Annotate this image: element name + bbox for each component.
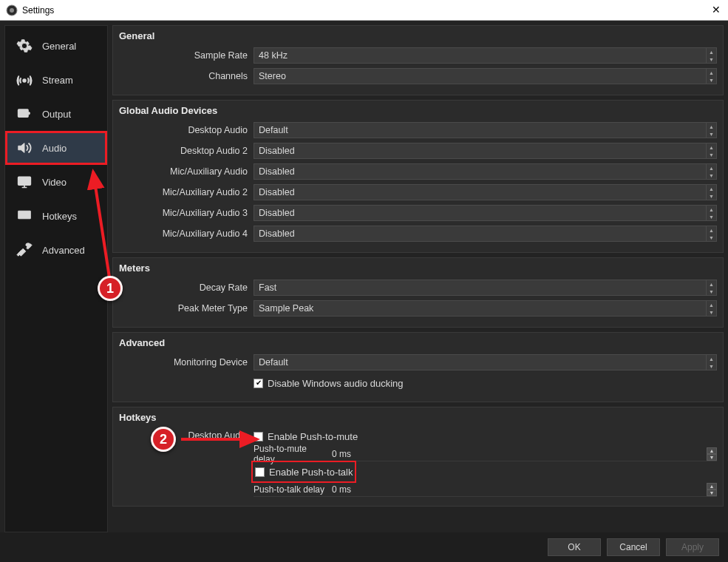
label-global-device: Mic/Auxiliary Audio [119, 166, 254, 177]
label-global-device: Desktop Audio 2 [119, 146, 254, 156]
row-global-device: Mic/Auxiliary AudioDisabled▲▼ [119, 162, 717, 181]
row-sample-rate: Sample Rate 48 kHz ▲▼ [119, 46, 717, 65]
row-global-device: Desktop Audio 2Disabled▲▼ [119, 141, 717, 160]
checkbox-push-to-talk[interactable] [255, 467, 265, 477]
group-title: General [119, 30, 717, 41]
tools-icon [14, 242, 35, 258]
label-channels: Channels [119, 71, 254, 81]
combo-sample-rate[interactable]: 48 kHz [254, 47, 707, 64]
content-pane: General Sample Rate 48 kHz ▲▼ Channels S… [112, 25, 724, 532]
gear-icon [14, 38, 35, 54]
titlebar: Settings ✕ [0, 0, 728, 21]
row-channels: Channels Stereo ▲▼ [119, 67, 717, 86]
row-global-device: Mic/Auxiliary Audio 2Disabled▲▼ [119, 183, 717, 202]
group-meters: Meters Decay Rate Fast ▲▼ Peak Meter Typ… [112, 257, 724, 328]
spin-global-device[interactable]: ▲▼ [707, 226, 717, 242]
sidebar-item-advanced[interactable]: Advanced [5, 233, 107, 267]
value-push-to-talk-delay[interactable]: 0 ms [327, 484, 707, 495]
svg-rect-5 [18, 211, 31, 219]
sidebar-item-hotkeys[interactable]: Hotkeys [5, 199, 107, 233]
spin-global-device[interactable]: ▲▼ [707, 143, 717, 159]
sidebar-item-audio[interactable]: Audio [5, 131, 107, 165]
svg-rect-4 [18, 177, 31, 185]
monitor-icon [14, 174, 35, 190]
output-icon [14, 106, 35, 122]
label-ducking: Disable Windows audio ducking [268, 378, 404, 389]
sidebar-item-video[interactable]: Video [5, 165, 107, 199]
sidebar-item-label: Stream [42, 75, 73, 86]
combo-decay-rate[interactable]: Fast [254, 280, 707, 296]
window-title: Settings [22, 5, 54, 16]
value-push-to-mute-delay[interactable]: 0 ms [327, 449, 707, 459]
sidebar-item-label: Video [42, 177, 67, 188]
combo-global-device[interactable]: Disabled [254, 226, 707, 242]
spin-decay-rate[interactable]: ▲▼ [707, 280, 717, 296]
sidebar-item-output[interactable]: Output [5, 97, 107, 131]
spin-global-device[interactable]: ▲▼ [707, 122, 717, 138]
sidebar-item-label: Advanced [42, 245, 85, 256]
sidebar-item-label: Audio [42, 143, 67, 154]
row-peak-meter: Peak Meter Type Sample Peak ▲▼ [119, 299, 717, 318]
annotation-badge-2: 2 [151, 427, 176, 452]
svg-point-1 [10, 8, 14, 13]
row-global-device: Desktop AudioDefault▲▼ [119, 121, 717, 140]
spin-global-device[interactable]: ▲▼ [707, 184, 717, 200]
combo-global-device[interactable]: Disabled [254, 143, 707, 159]
combo-monitor-device[interactable]: Default [254, 354, 707, 370]
group-title: Global Audio Devices [119, 105, 717, 116]
sidebar-item-label: Hotkeys [42, 211, 77, 222]
sidebar-item-label: Output [42, 109, 71, 120]
label-decay-rate: Decay Rate [119, 282, 254, 293]
apply-button[interactable]: Apply [666, 538, 719, 556]
label-global-device: Mic/Auxiliary Audio 2 [119, 187, 254, 197]
ok-button[interactable]: OK [548, 538, 601, 556]
checkbox-push-to-mute[interactable] [254, 432, 263, 441]
row-push-to-talk: Enable Push-to-talk [254, 463, 354, 481]
spin-channels[interactable]: ▲▼ [707, 68, 717, 84]
spin-peak-meter[interactable]: ▲▼ [707, 300, 717, 316]
checkbox-ducking[interactable] [254, 379, 263, 388]
row-monitor-device: Monitoring Device Default ▲▼ [119, 353, 717, 372]
spin-push-to-talk-delay[interactable]: ▲▼ [707, 483, 717, 496]
group-title: Advanced [119, 337, 717, 348]
sidebar-item-stream[interactable]: Stream [5, 63, 107, 97]
speaker-icon [14, 140, 35, 156]
group-global-audio-devices: Global Audio Devices Desktop AudioDefaul… [112, 100, 724, 253]
label-push-to-mute: Enable Push-to-mute [268, 431, 358, 442]
label-sample-rate: Sample Rate [119, 50, 254, 61]
row-push-to-talk-delay: Push-to-talk delay 0 ms ▲▼ [254, 482, 717, 497]
spin-monitor-device[interactable]: ▲▼ [707, 354, 717, 370]
spin-sample-rate[interactable]: ▲▼ [707, 47, 717, 64]
sidebar-item-label: General [42, 41, 76, 52]
row-push-to-mute: Enable Push-to-mute [254, 427, 717, 445]
label-peak-meter: Peak Meter Type [119, 303, 254, 314]
annotation-badge-1: 1 [98, 276, 123, 301]
label-push-to-talk-delay: Push-to-talk delay [254, 484, 327, 495]
close-icon[interactable]: ✕ [712, 4, 721, 16]
svg-rect-3 [18, 109, 28, 117]
label-global-device: Mic/Auxiliary Audio 3 [119, 208, 254, 218]
combo-global-device[interactable]: Disabled [254, 184, 707, 200]
keyboard-icon [14, 208, 35, 224]
row-hotkeys-desktop-audio: Desktop Audio Enable Push-to-mute Push-t… [119, 427, 717, 497]
sidebar-item-general[interactable]: General [5, 29, 107, 63]
group-title: Hotkeys [119, 412, 717, 423]
combo-global-device[interactable]: Disabled [254, 205, 707, 221]
combo-channels[interactable]: Stereo [254, 68, 707, 84]
spin-global-device[interactable]: ▲▼ [707, 205, 717, 221]
label-hotkeys-desktop-audio: Desktop Audio [119, 427, 254, 441]
combo-global-device[interactable]: Default [254, 122, 707, 138]
label-monitor-device: Monitoring Device [119, 357, 254, 368]
cancel-button[interactable]: Cancel [607, 538, 660, 556]
spin-push-to-mute-delay[interactable]: ▲▼ [707, 447, 717, 461]
svg-point-2 [23, 79, 26, 82]
combo-peak-meter[interactable]: Sample Peak [254, 300, 707, 316]
spin-global-device[interactable]: ▲▼ [707, 163, 717, 180]
label-push-to-talk: Enable Push-to-talk [269, 467, 353, 478]
obs-logo-icon [6, 4, 18, 16]
row-ducking: Disable Windows audio ducking [119, 373, 717, 393]
row-global-device: Mic/Auxiliary Audio 4Disabled▲▼ [119, 224, 717, 243]
sidebar: General Stream Output Audio [4, 25, 108, 532]
combo-global-device[interactable]: Disabled [254, 163, 707, 180]
group-title: Meters [119, 263, 717, 274]
